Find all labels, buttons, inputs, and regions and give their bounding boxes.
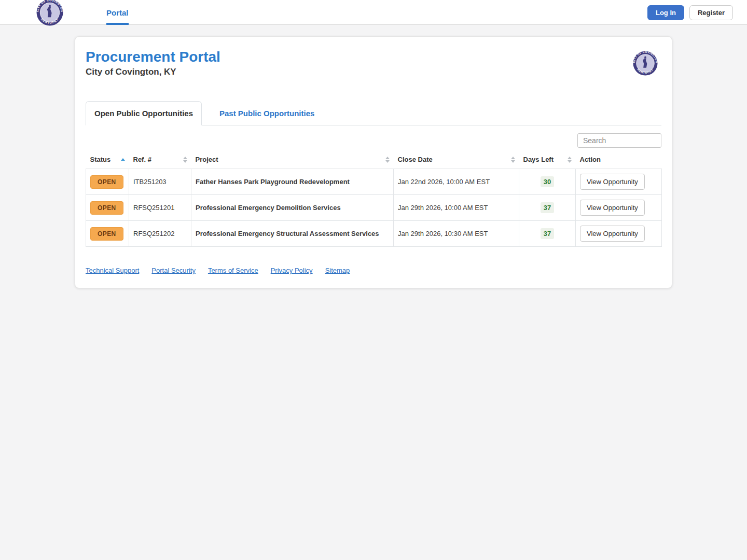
status-badge: OPEN — [90, 175, 123, 189]
tab-bar: Open Public Opportunities Past Public Op… — [86, 101, 661, 125]
sort-icon — [511, 157, 515, 163]
status-cell: OPEN — [86, 221, 129, 247]
column-label: Action — [580, 156, 601, 163]
column-label: Status — [90, 156, 111, 163]
column-header-action: Action — [576, 150, 662, 169]
table-row: OPEN RFSQ251202 Professional Emergency S… — [86, 221, 662, 247]
footer-link-sitemap[interactable]: Sitemap — [325, 267, 350, 274]
column-header-days-left[interactable]: Days Left — [519, 150, 576, 169]
action-cell: View Opportunity — [576, 221, 662, 247]
footer-link-portal-security[interactable]: Portal Security — [151, 267, 196, 274]
view-opportunity-button[interactable]: View Opportunity — [580, 226, 645, 242]
status-cell: OPEN — [86, 169, 129, 195]
tab-past-public-opportunities[interactable]: Past Public Opportunities — [210, 101, 324, 125]
navbar-actions: Log In Register — [647, 0, 733, 25]
sort-icon — [385, 157, 390, 163]
days-left-badge: 37 — [541, 202, 554, 213]
city-seal-logo[interactable] — [36, 0, 63, 26]
column-label: Close Date — [398, 156, 433, 163]
project-cell: Professional Emergency Demolition Servic… — [191, 195, 394, 221]
status-badge: OPEN — [90, 201, 123, 215]
close-date-cell: Jan 29th 2026, 10:00 AM EST — [394, 195, 519, 221]
page-title: Procurement Portal — [86, 49, 220, 65]
ref-cell: RFSQ251202 — [129, 221, 191, 247]
project-cell: Professional Emergency Structural Assess… — [191, 221, 394, 247]
page-subtitle: City of Covington, KY — [86, 67, 220, 77]
register-button[interactable]: Register — [689, 5, 733, 20]
view-opportunity-button[interactable]: View Opportunity — [580, 174, 645, 190]
action-cell: View Opportunity — [576, 169, 662, 195]
status-badge: OPEN — [90, 227, 123, 241]
search-row — [86, 133, 661, 148]
table-row: OPEN ITB251203 Father Hanses Park Playgr… — [86, 169, 662, 195]
active-nav-underline — [106, 23, 129, 25]
close-date-cell: Jan 22nd 2026, 10:00 AM EST — [394, 169, 519, 195]
footer-links: Technical SupportPortal SecurityTerms of… — [86, 267, 661, 274]
ref-cell: RFSQ251201 — [129, 195, 191, 221]
footer-link-privacy-policy[interactable]: Privacy Policy — [271, 267, 313, 274]
action-cell: View Opportunity — [576, 195, 662, 221]
procurement-portal-card: Procurement Portal City of Covington, KY… — [75, 36, 672, 288]
nav-portal-label: Portal — [106, 8, 129, 17]
tab-open-public-opportunities[interactable]: Open Public Opportunities — [86, 101, 202, 125]
login-button[interactable]: Log In — [647, 5, 684, 20]
close-date-cell: Jan 29th 2026, 10:30 AM EST — [394, 221, 519, 247]
column-header-project[interactable]: Project — [191, 150, 394, 169]
status-cell: OPEN — [86, 195, 129, 221]
sort-icon — [568, 157, 572, 163]
view-opportunity-button[interactable]: View Opportunity — [580, 200, 645, 216]
ref-cell: ITB251203 — [129, 169, 191, 195]
column-header-ref-[interactable]: Ref. # — [129, 150, 191, 169]
opportunities-table: StatusRef. #ProjectClose DateDays LeftAc… — [86, 150, 662, 247]
table-row: OPEN RFSQ251201 Professional Emergency D… — [86, 195, 662, 221]
column-label: Project — [196, 156, 218, 163]
footer-link-technical-support[interactable]: Technical Support — [86, 267, 139, 274]
search-input[interactable] — [577, 133, 661, 148]
card-header: Procurement Portal City of Covington, KY — [86, 47, 661, 77]
project-cell: Father Hanses Park Playground Redevelopm… — [191, 169, 394, 195]
sort-ascending-icon — [121, 158, 125, 161]
nav-item-portal[interactable]: Portal — [106, 0, 129, 25]
days-left-cell: 30 — [519, 169, 576, 195]
table-header-row: StatusRef. #ProjectClose DateDays LeftAc… — [86, 150, 662, 169]
days-left-badge: 37 — [541, 228, 554, 239]
column-label: Days Left — [523, 156, 554, 163]
days-left-badge: 30 — [541, 176, 554, 187]
column-label: Ref. # — [133, 156, 151, 163]
column-header-close-date[interactable]: Close Date — [394, 150, 519, 169]
footer-link-terms-of-service[interactable]: Terms of Service — [208, 267, 258, 274]
column-header-status[interactable]: Status — [86, 150, 129, 169]
sort-icon — [183, 157, 187, 163]
top-navbar: Portal Log In Register — [0, 0, 747, 25]
city-seal-logo — [633, 51, 658, 76]
days-left-cell: 37 — [519, 195, 576, 221]
days-left-cell: 37 — [519, 221, 576, 247]
